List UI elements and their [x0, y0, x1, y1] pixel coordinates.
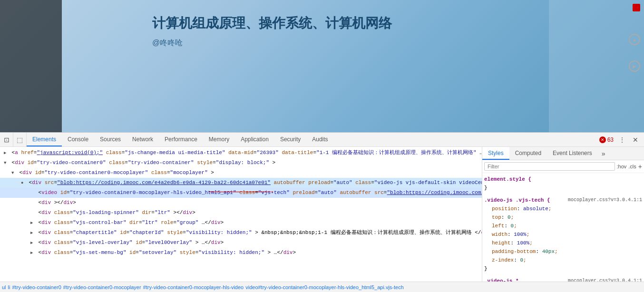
css-rule-vjs-tech: .video-js .vjs-tech { mocoplayer.css?v=3… — [484, 196, 642, 273]
dom-line[interactable]: ▼ <div id="try-video-container0-mocoplay… — [0, 168, 482, 178]
breadcrumb-bar: ul li #try-video-container0 #try-video-c… — [0, 282, 644, 292]
right-panel: ▶ ▲ — [549, 0, 644, 132]
devtools-main: ▶ <a href="javascript:void(0);" class="j… — [0, 147, 644, 282]
dom-line[interactable]: ▶ <div class="chaptertitle" id="chapterI… — [0, 228, 482, 238]
add-style-icon[interactable]: + — [638, 163, 642, 170]
arrow-right-icon: ▶ — [629, 60, 640, 72]
error-icon: ✕ — [599, 136, 606, 143]
expand-arrow[interactable]: ▼ — [11, 169, 16, 177]
devtools-toolbar: ⊡ ⬚ Elements Console Sources Network Per… — [0, 133, 644, 147]
close-icon[interactable]: ✕ — [631, 136, 640, 144]
tab-application[interactable]: Application — [235, 133, 274, 146]
tab-event-listeners[interactable]: Event Listeners — [547, 147, 598, 160]
expand-arrow[interactable]: ▶ — [30, 239, 35, 247]
expand-arrow[interactable]: ▶ — [30, 249, 35, 257]
tab-network[interactable]: Network — [127, 133, 159, 146]
error-count: 63 — [607, 136, 614, 143]
webpage-title: 计算机组成原理、操作系统、计算机网络 — [152, 14, 392, 32]
dom-line-selected[interactable]: <video id="try-video-container0-mocoplay… — [0, 188, 482, 198]
dom-line-highlighted[interactable]: ● <div src="blob:https://coding.imooc.co… — [0, 178, 482, 188]
left-panel — [0, 0, 62, 132]
webpage-subtitle: @咚咚呛 — [152, 38, 392, 48]
tab-performance[interactable]: Performance — [159, 133, 203, 146]
breadcrumb-mocoplayer[interactable]: #try-video-container0-mocoplayer — [63, 284, 141, 290]
dom-line[interactable]: ▶ <a href="javascript:void(0);" class="j… — [0, 148, 482, 158]
dom-line[interactable]: ▶ <div class="vjs-set-menu-bg" id="setov… — [0, 248, 482, 258]
tab-sources[interactable]: Sources — [94, 133, 127, 146]
expand-arrow[interactable]: ● — [21, 179, 26, 187]
dom-line[interactable]: <div class="vjs-loading-spinner" dir="lt… — [0, 208, 482, 218]
dom-panel[interactable]: ▶ <a href="javascript:void(0);" class="j… — [0, 147, 482, 282]
cls-filter[interactable]: .cls — [628, 164, 636, 169]
toolbar-right: ✕ 63 ⋮ ✕ — [599, 133, 644, 146]
dom-line[interactable]: ▶ <div class="vjs-control-bar" dir="ltr"… — [0, 218, 482, 228]
tab-elements[interactable]: Elements — [27, 133, 62, 146]
breadcrumb-hls-video[interactable]: #try-video-container0-mocoplayer-hls-vid… — [143, 284, 244, 290]
expand-arrow[interactable]: ▼ — [4, 159, 9, 167]
tab-computed[interactable]: Computed — [509, 147, 547, 160]
error-badge: ✕ 63 — [599, 136, 614, 143]
arrow-up-icon: ▲ — [629, 34, 640, 45]
tab-memory[interactable]: Memory — [203, 133, 235, 146]
tab-security[interactable]: Security — [274, 133, 306, 146]
breadcrumb-video-tech[interactable]: video#try-video-container0-mocoplayer-hl… — [245, 284, 404, 290]
dom-line[interactable]: <div ></div> — [0, 198, 482, 208]
expand-arrow[interactable]: ▶ — [30, 229, 35, 237]
breadcrumb-ul[interactable]: ul — [2, 284, 6, 290]
styles-tabs: Styles Computed Event Listeners » — [482, 147, 644, 160]
hov-filter[interactable]: :hov — [617, 164, 627, 169]
webpage-preview: 计算机组成原理、操作系统、计算机网络 @咚咚呛 ▶ ▲ — [0, 0, 644, 132]
expand-arrow[interactable]: ▶ — [4, 149, 9, 157]
red-indicator — [633, 4, 640, 11]
inspect-icon[interactable]: ⊡ — [0, 133, 13, 146]
css-rule-vjs-star: .video-js *, mocoplayer.css?v=3.0.4.1:1 … — [484, 277, 642, 282]
expand-arrow[interactable]: ▶ — [30, 219, 35, 227]
device-icon[interactable]: ⬚ — [13, 133, 27, 146]
dom-line[interactable]: ▶ <div class="vjs-level-overlay" id="lev… — [0, 238, 482, 248]
devtools-panel: ⊡ ⬚ Elements Console Sources Network Per… — [0, 132, 644, 292]
tab-console[interactable]: Console — [62, 133, 94, 146]
styles-content: element.style { } .video-js .vjs-tech { … — [482, 173, 644, 282]
dom-line[interactable]: ▼ <div id="try-video-container0" class="… — [0, 158, 482, 168]
breadcrumb-li[interactable]: li — [8, 284, 10, 290]
filter-input[interactable] — [484, 162, 615, 171]
tab-audits[interactable]: Audits — [306, 133, 333, 146]
css-rule-element-style: element.style { } — [484, 175, 642, 192]
filter-bar: :hov .cls + — [482, 160, 644, 173]
styles-panel: Styles Computed Event Listeners » :hov .… — [482, 147, 644, 282]
webpage-content: 计算机组成原理、操作系统、计算机网络 @咚咚呛 — [152, 14, 392, 48]
tab-styles[interactable]: Styles — [482, 147, 509, 160]
more-tabs-icon[interactable]: » — [598, 147, 609, 160]
breadcrumb-try-video-container0[interactable]: #try-video-container0 — [12, 284, 61, 290]
more-options-icon[interactable]: ⋮ — [617, 136, 627, 144]
